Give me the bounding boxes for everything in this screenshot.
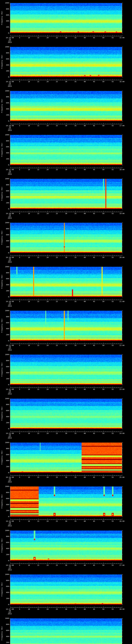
y-tick-label: 600 xyxy=(0,586,9,587)
x-tick-label: 20 xyxy=(45,388,50,390)
date-label-year: 2015 xyxy=(6,349,14,351)
x-tick-label: 25 xyxy=(54,257,60,258)
x-tick-label: 20 xyxy=(45,520,50,522)
x-tick-label: 30 xyxy=(64,81,69,82)
x-tick-label: 20 xyxy=(45,125,50,126)
y-tick-label: 1000 xyxy=(0,90,9,92)
y-tick-label: 0 xyxy=(0,428,9,430)
x-tick-label: 35 xyxy=(73,564,78,566)
x-tick-label: 40 xyxy=(82,81,87,82)
x-tick-label: 15 xyxy=(36,213,41,214)
y-tick-label: 800 xyxy=(0,404,9,405)
x-tick-label: 35 xyxy=(73,520,78,522)
y-tick-label: 800 xyxy=(0,448,9,450)
x-tick-label: 5 xyxy=(17,37,22,38)
y-tick-label: 800 xyxy=(0,492,9,493)
spectrogram-canvas xyxy=(0,616,132,644)
x-tick-label: 35 xyxy=(73,125,78,126)
x-tick-label: 55 xyxy=(110,564,115,566)
x-tick-label: 30 xyxy=(64,257,69,258)
spectrogram-panel: Frequency (Hz)02004006008001000510152025… xyxy=(0,572,132,616)
x-tick-label: 35 xyxy=(73,257,78,258)
y-tick-label: 800 xyxy=(0,8,9,10)
x-tick-label: 5 xyxy=(17,169,22,170)
x-tick-label: 40 xyxy=(82,520,87,522)
x-tick-label: 20 xyxy=(45,476,50,478)
x-tick-label: 15 xyxy=(36,125,41,126)
x-tick-label: 15 xyxy=(36,520,41,522)
x-tick-label: 45 xyxy=(92,37,97,38)
y-tick-label: 0 xyxy=(0,604,9,605)
y-tick-label: 1000 xyxy=(0,310,9,312)
y-axis-title: Frequency (Hz) xyxy=(1,47,3,77)
x-tick-label: 10 xyxy=(26,476,32,478)
x-tick-label: 10 xyxy=(26,81,32,82)
x-tick-label: 30 xyxy=(64,37,69,38)
x-tick-label: 25 xyxy=(54,125,60,126)
x-tick-label: 55 xyxy=(110,388,115,390)
x-tick-label: 5 xyxy=(17,520,22,522)
x-tick-label: 5 xyxy=(17,476,22,478)
y-tick-label: 200 xyxy=(0,202,9,204)
y-tick-label: 200 xyxy=(0,334,9,336)
x-tick-label: 40 xyxy=(82,608,87,610)
y-tick-label: 1000 xyxy=(0,46,9,48)
y-tick-label: 800 xyxy=(0,580,9,581)
y-tick-label: 800 xyxy=(0,272,9,274)
y-tick-label: 1000 xyxy=(0,442,9,443)
y-axis-title: Frequency (Hz) xyxy=(1,91,3,121)
y-tick-label: 0 xyxy=(0,252,9,254)
x-tick-label: 10 xyxy=(26,301,32,302)
y-tick-label: 400 xyxy=(0,416,9,418)
x-tick-label: 55 xyxy=(110,520,115,522)
y-tick-label: 400 xyxy=(0,328,9,330)
y-tick-label: 400 xyxy=(0,284,9,286)
x-tick-label: 5 xyxy=(17,257,22,258)
date-label-year: 2015 xyxy=(6,393,14,395)
y-tick-label: 800 xyxy=(0,184,9,186)
x-tick-label: 55 xyxy=(110,169,115,170)
y-axis-title: Frequency (Hz) xyxy=(1,135,3,165)
end-time-label: 21:00 xyxy=(118,301,126,302)
y-tick-label: 400 xyxy=(0,460,9,461)
x-tick-label: 25 xyxy=(54,564,60,566)
y-tick-label: 1000 xyxy=(0,134,9,136)
x-tick-label: 5 xyxy=(17,81,22,82)
y-tick-label: 400 xyxy=(0,20,9,22)
x-tick-label: 10 xyxy=(26,169,32,170)
x-tick-label: 40 xyxy=(82,37,87,38)
x-tick-label: 5 xyxy=(17,564,22,566)
x-tick-label: 55 xyxy=(110,125,115,126)
x-tick-label: 10 xyxy=(26,433,32,434)
x-tick-label: 45 xyxy=(92,213,97,214)
end-time-label: 16:00 xyxy=(118,81,126,82)
x-tick-label: 10 xyxy=(26,564,32,566)
y-tick-label: 200 xyxy=(0,114,9,116)
spectrogram-panel: Frequency (Hz)02004006008001000510152025… xyxy=(0,176,132,220)
end-time-label: 28:00 xyxy=(118,608,126,610)
x-tick-label: 15 xyxy=(36,476,41,478)
y-tick-label: 0 xyxy=(0,164,9,166)
y-tick-label: 200 xyxy=(0,466,9,468)
y-tick-label: 1000 xyxy=(0,486,9,487)
x-tick-label: 10 xyxy=(26,257,32,258)
x-tick-label: 25 xyxy=(54,301,60,302)
x-tick-label: 45 xyxy=(92,388,97,390)
date-label-year: 2015 xyxy=(6,481,14,483)
x-tick-label: 5 xyxy=(17,388,22,390)
y-tick-label: 200 xyxy=(0,422,9,424)
y-tick-label: 0 xyxy=(0,340,9,342)
date-label-year: 2015 xyxy=(6,613,14,615)
y-tick-label: 600 xyxy=(0,322,9,324)
y-tick-label: 800 xyxy=(0,140,9,142)
x-tick-label: 55 xyxy=(110,37,115,38)
y-tick-label: 0 xyxy=(0,560,9,562)
x-tick-label: 15 xyxy=(36,564,41,566)
spectrogram-panel: Frequency (Hz)02004006008001000510152025… xyxy=(0,352,132,396)
y-tick-label: 1000 xyxy=(0,354,9,355)
y-axis-title: Frequency (Hz) xyxy=(1,310,3,341)
y-tick-label: 0 xyxy=(0,208,9,210)
x-tick-label: 25 xyxy=(54,213,60,214)
x-tick-label: 50 xyxy=(101,301,106,302)
x-tick-label: 25 xyxy=(54,433,60,434)
